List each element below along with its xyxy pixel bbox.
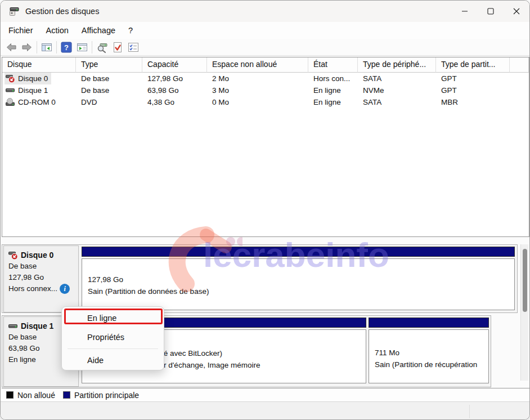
context-menu-item-aide[interactable]: Aide xyxy=(62,351,164,370)
disk-name: Disque 0 xyxy=(18,73,48,84)
console-tree-icon xyxy=(41,41,53,53)
check-document-icon xyxy=(111,41,124,53)
action-pane-button[interactable] xyxy=(74,40,90,55)
disk-device-type: NVMe xyxy=(358,84,436,96)
disk1-partition-recovery-colorbar xyxy=(369,318,489,328)
disk-offline-icon xyxy=(6,74,15,83)
disk-unallocated: 0 Mo xyxy=(207,96,308,108)
console-tree-button[interactable] xyxy=(39,40,55,55)
disk-status: Hors con... xyxy=(308,73,358,84)
disk-unallocated: 2 Mo xyxy=(207,73,308,84)
disk-device-type: SATA xyxy=(358,96,436,108)
disk-type: DVD xyxy=(76,96,142,108)
legend-label-unallocated: Non alloué xyxy=(17,391,55,400)
rescan-disks-icon xyxy=(96,41,108,53)
info-icon[interactable]: i xyxy=(60,284,70,294)
list-header: Disque Type Capacité Espace non alloué É… xyxy=(2,57,529,73)
disk-list-pane: Disque Type Capacité Espace non alloué É… xyxy=(2,57,529,237)
disk1-name: Disque 1 xyxy=(21,320,53,332)
disk-type: De base xyxy=(76,73,142,84)
disk-name: Disque 1 xyxy=(18,84,48,96)
menu-bar: Fichier Action Affichage ? xyxy=(1,22,529,39)
disk-capacity: 127,98 Go xyxy=(142,73,207,84)
disk-type: De base xyxy=(76,84,142,96)
toolbar-separator xyxy=(37,41,37,53)
minimize-icon xyxy=(461,8,468,15)
help-icon: ? xyxy=(60,41,73,53)
action-pane-icon xyxy=(76,41,88,53)
disk0-type: De base xyxy=(8,261,75,272)
close-icon xyxy=(513,8,520,15)
scrollbar-thumb[interactable] xyxy=(523,249,527,312)
menu-fichier[interactable]: Fichier xyxy=(3,24,39,37)
disk0-status: Hors connex... xyxy=(8,284,57,293)
column-header-espace[interactable]: Espace non alloué xyxy=(207,57,308,73)
column-header-empty xyxy=(510,57,529,73)
disk0-partition-status: Sain (Partition de données de base) xyxy=(88,285,512,297)
legend-swatch-primary-partition xyxy=(63,391,70,399)
context-menu-item-en-ligne[interactable]: En ligne xyxy=(62,309,164,328)
context-menu-item-proprietes[interactable]: Propriétés xyxy=(62,328,164,347)
checklist-icon xyxy=(127,41,140,53)
disk-offline-icon xyxy=(8,251,18,260)
legend-label-primary-partition: Partition principale xyxy=(74,391,139,400)
toolbar: ? xyxy=(1,39,529,56)
disk-status: En ligne xyxy=(308,84,358,96)
disk0-partition-size: 127,98 Go xyxy=(88,274,512,285)
recovery-size: 711 Mo xyxy=(375,347,486,359)
table-row-cdrom0[interactable]: CD-ROM 0 DVD 4,38 Go 0 Mo En ligne SATA … xyxy=(2,96,529,108)
disk-name: CD-ROM 0 xyxy=(18,96,56,108)
disk-device-type: SATA xyxy=(358,73,436,84)
back-button[interactable] xyxy=(3,40,19,55)
context-menu-separator xyxy=(68,348,158,349)
toolbar-separator xyxy=(56,41,57,53)
legend-bar: Non alloué Partition principale xyxy=(2,388,529,401)
svg-text:?: ? xyxy=(64,43,69,52)
title-bar[interactable]: Gestion des disques xyxy=(1,1,529,22)
column-header-partition[interactable]: Type de partit... xyxy=(436,57,510,73)
menu-affichage[interactable]: Affichage xyxy=(76,24,121,37)
column-header-type[interactable]: Type xyxy=(76,57,142,73)
column-header-etat[interactable]: État xyxy=(308,57,358,73)
window-title: Gestion des disques xyxy=(25,7,99,16)
disk-partition-style: MBR xyxy=(436,96,510,108)
disk0-name: Disque 0 xyxy=(21,249,53,261)
column-header-disque[interactable]: Disque xyxy=(2,57,76,73)
disk-icon xyxy=(8,321,18,331)
disk-capacity: 63,98 Go xyxy=(142,84,207,96)
checklist-button[interactable] xyxy=(125,40,141,55)
table-row-disque1[interactable]: Disque 1 De base 63,98 Go 3 Mo En ligne … xyxy=(2,84,529,96)
vertical-scrollbar[interactable] xyxy=(520,244,528,381)
disk0-label-panel[interactable]: Disque 0 De base 127,98 Go Hors connex..… xyxy=(3,245,79,312)
menu-aide[interactable]: ? xyxy=(123,24,138,37)
disk-status: En ligne xyxy=(308,96,358,108)
disk-icon xyxy=(6,86,15,95)
disk1-partition-recovery[interactable]: 711 Mo Sain (Partition de récupération xyxy=(369,318,489,385)
close-button[interactable] xyxy=(504,1,529,22)
maximize-icon xyxy=(487,8,494,15)
disk-management-app-icon xyxy=(8,6,20,17)
menu-action[interactable]: Action xyxy=(41,24,74,37)
forward-button[interactable] xyxy=(19,40,35,55)
table-row-disque0[interactable]: Disque 0 De base 127,98 Go 2 Mo Hors con… xyxy=(2,73,529,84)
disk0-partition-colorbar xyxy=(82,247,515,257)
check-document-button[interactable] xyxy=(110,40,125,55)
context-menu: En ligne Propriétés Aide xyxy=(61,306,164,370)
help-button[interactable]: ? xyxy=(59,40,74,55)
disk-partition-style: GPT xyxy=(436,84,510,96)
back-arrow-icon xyxy=(5,41,17,53)
minimize-button[interactable] xyxy=(452,1,478,22)
status-bar xyxy=(1,401,530,420)
disk-unallocated: 3 Mo xyxy=(207,84,308,96)
maximize-button[interactable] xyxy=(478,1,504,22)
legend-swatch-unallocated xyxy=(6,391,14,399)
column-header-peripherique[interactable]: Type de périphé... xyxy=(358,57,436,73)
forward-arrow-icon xyxy=(21,41,33,53)
disk-management-window: Gestion des disques Fichier Action Affic… xyxy=(0,0,530,420)
disk0-partition[interactable]: 127,98 Go Sain (Partition de données de … xyxy=(82,247,515,312)
toolbar-separator xyxy=(92,41,92,53)
rescan-disks-button[interactable] xyxy=(94,40,110,55)
column-header-capacite[interactable]: Capacité xyxy=(142,57,207,73)
disk-partition-style: GPT xyxy=(436,73,510,84)
status-bar-divider xyxy=(469,405,470,418)
